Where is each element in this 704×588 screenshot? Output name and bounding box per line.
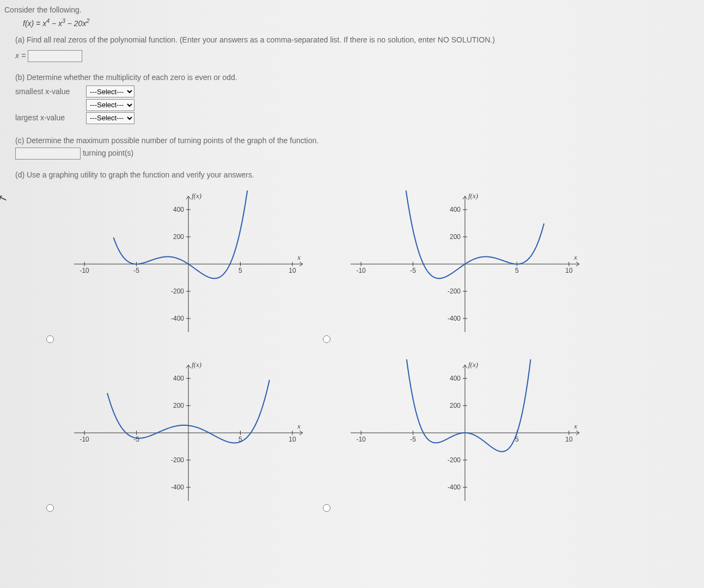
svg-line-73 (576, 431, 579, 433)
turning-points-suffix: turning point(s) (83, 149, 133, 157)
svg-text:f(x): f(x) (192, 360, 201, 369)
part-d-prompt: (d) Use a graphing utility to graph the … (15, 169, 693, 181)
svg-text:400: 400 (450, 206, 461, 213)
svg-text:5: 5 (238, 267, 242, 274)
graph-options-grid: -10-5510200400-200-400f(x)x -10-55102004… (37, 191, 693, 512)
part-c-prompt: (c) Determine the maximum possible numbe… (15, 135, 693, 146)
svg-line-25 (576, 262, 579, 264)
svg-line-29 (465, 196, 467, 199)
svg-line-5 (188, 196, 191, 199)
zeros-input[interactable] (28, 50, 82, 62)
svg-text:-400: -400 (448, 315, 461, 322)
svg-text:-5: -5 (133, 267, 139, 274)
svg-text:-200: -200 (171, 456, 184, 464)
svg-text:-200: -200 (448, 287, 461, 295)
smallest-x-label: smallest x-value (15, 87, 70, 96)
svg-text:f(x): f(x) (192, 192, 201, 200)
multiplicity-select-2[interactable]: ---Select--- (86, 99, 134, 111)
graph-option-1: -10-5510200400-200-400f(x)x (63, 191, 314, 343)
cursor-icon: ↖ (0, 191, 9, 206)
svg-text:-10: -10 (356, 267, 366, 274)
graph-option-4: -10-5510200400-200-400f(x)x (340, 359, 590, 512)
function-formula: f(x) = x4 − x3 − 20x2 (23, 17, 693, 28)
svg-line-76 (463, 365, 465, 368)
svg-text:x: x (573, 422, 577, 430)
svg-line-74 (576, 433, 579, 435)
x-equals-label: x = (15, 50, 26, 62)
part-a: (a) Find all real zeros of the polynomia… (15, 34, 693, 62)
svg-text:f(x): f(x) (468, 192, 478, 200)
svg-text:-400: -400 (171, 315, 184, 322)
graph-option-3-radio[interactable] (46, 504, 54, 512)
svg-line-52 (186, 365, 188, 368)
svg-text:200: 200 (173, 402, 184, 409)
svg-text:x: x (297, 422, 301, 430)
svg-line-53 (188, 365, 191, 368)
svg-text:f(x): f(x) (468, 360, 478, 369)
svg-text:x: x (297, 253, 301, 261)
svg-text:10: 10 (289, 267, 296, 274)
svg-text:-200: -200 (448, 456, 461, 464)
svg-text:400: 400 (173, 375, 184, 382)
graph-option-4-radio[interactable] (323, 504, 330, 512)
svg-text:-5: -5 (133, 436, 139, 443)
svg-text:x: x (573, 253, 577, 261)
problem-intro: Consider the following. (4, 5, 693, 14)
svg-text:10: 10 (565, 267, 573, 274)
largest-x-label: largest x-value (15, 113, 65, 122)
part-b-prompt: (b) Determine whether the multiplicity o… (15, 72, 693, 83)
svg-text:-5: -5 (410, 436, 416, 443)
svg-line-50 (299, 433, 303, 435)
svg-line-4 (186, 196, 188, 199)
svg-text:200: 200 (173, 233, 184, 241)
svg-line-77 (465, 365, 467, 368)
graph-option-2: -10-5510200400-200-400f(x)x (340, 191, 590, 343)
graph-option-1-radio[interactable] (46, 335, 54, 343)
multiplicity-select-3[interactable]: ---Select--- (86, 112, 134, 124)
part-a-prompt: (a) Find all real zeros of the polynomia… (15, 34, 693, 46)
multiplicity-select-1[interactable]: ---Select--- (86, 85, 134, 97)
svg-text:-10: -10 (79, 267, 89, 274)
svg-text:-400: -400 (448, 483, 461, 491)
svg-line-1 (299, 262, 303, 264)
svg-text:-10: -10 (79, 436, 89, 443)
svg-line-2 (299, 264, 303, 266)
svg-text:5: 5 (515, 267, 519, 274)
graph-option-2-radio[interactable] (323, 335, 330, 343)
svg-line-26 (576, 264, 579, 266)
svg-text:200: 200 (450, 402, 461, 409)
part-c: (c) Determine the maximum possible numbe… (15, 135, 693, 160)
svg-text:-10: -10 (356, 436, 366, 443)
part-d: (d) Use a graphing utility to graph the … (15, 169, 693, 181)
svg-text:400: 400 (450, 375, 461, 382)
svg-text:10: 10 (289, 436, 296, 443)
svg-line-49 (299, 431, 303, 433)
turning-points-input[interactable] (15, 148, 81, 160)
svg-line-28 (463, 196, 465, 199)
svg-text:10: 10 (565, 436, 573, 443)
svg-text:-5: -5 (410, 267, 416, 274)
svg-text:-400: -400 (171, 483, 184, 491)
graph-option-3: -10-5510200400-200-400f(x)x (63, 359, 314, 512)
svg-text:-200: -200 (171, 287, 184, 295)
svg-text:200: 200 (450, 233, 461, 241)
part-b: (b) Determine whether the multiplicity o… (15, 72, 693, 125)
multiplicity-table: smallest x-value ---Select--- ---Select-… (15, 84, 139, 125)
svg-text:400: 400 (173, 206, 184, 213)
